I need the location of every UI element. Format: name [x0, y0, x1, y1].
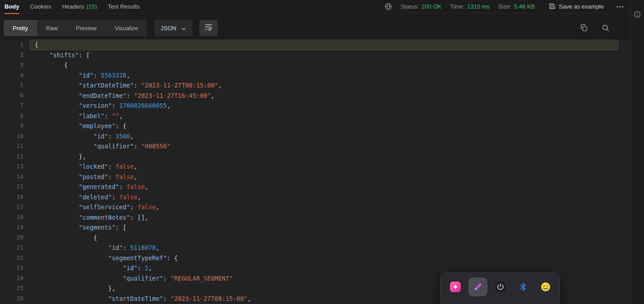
code-text: "selfServiced": false, [30, 202, 618, 212]
mode-pretty-button[interactable]: Pretty [4, 20, 37, 36]
search-icon[interactable] [602, 24, 610, 32]
editor-actions [580, 24, 610, 32]
time-label: Time: [450, 3, 464, 10]
code-line[interactable]: 4 "id": 5563328, [0, 70, 618, 81]
language-dropdown[interactable]: JSON [154, 20, 192, 36]
line-number: 25 [0, 283, 30, 294]
tab-body[interactable]: Body [5, 0, 19, 14]
tab-test-results[interactable]: Test Results [108, 0, 140, 14]
code-line[interactable]: 9 "employee": { [0, 121, 618, 131]
code-text: "segmentTypeRef": { [30, 253, 618, 263]
response-body-editor[interactable]: 1{2 "shifts": [3 {4 "id": 5563328,5 "sta… [0, 40, 630, 304]
bluetooth-icon[interactable] [514, 277, 533, 296]
line-number: 19 [0, 222, 30, 233]
line-number: 2 [0, 50, 30, 60]
line-number: 23 [0, 263, 30, 273]
code-line[interactable]: 16 "deleted": false, [0, 192, 618, 203]
tab-test-results-label: Test Results [108, 3, 140, 10]
save-icon [549, 3, 556, 11]
code-line[interactable]: 7 "version": 1700826660055, [0, 101, 618, 111]
code-line[interactable]: 21 "id": 5118078, [0, 243, 618, 253]
line-number: 10 [0, 131, 30, 142]
annotate-app-badge [450, 281, 461, 292]
code-line[interactable]: 15 "generated": false, [0, 182, 618, 192]
code-text: "startDateTime": "2023-11-27T08:15:00", [30, 80, 618, 91]
code-line[interactable]: 11 "qualifier": "H00556" [0, 141, 618, 152]
status-value: 200 OK [422, 3, 441, 10]
line-number: 8 [0, 111, 30, 121]
context-rail [630, 0, 644, 304]
line-number: 17 [0, 202, 30, 212]
code-text: { [30, 60, 618, 70]
annotate-app-icon[interactable] [446, 277, 465, 296]
line-number: 1 [0, 40, 30, 50]
code-line[interactable]: 12 }, [0, 152, 618, 162]
code-line[interactable]: 6 "endDateTime": "2023-11-27T16:45:00", [0, 91, 618, 101]
power-icon[interactable] [491, 277, 510, 296]
line-number: 9 [0, 121, 30, 131]
info-icon[interactable] [634, 11, 641, 20]
code-text: "segments": [ [30, 222, 618, 233]
code-line[interactable]: 23 "id": 1, [0, 263, 618, 273]
line-number: 11 [0, 141, 30, 152]
copy-icon[interactable] [580, 24, 588, 32]
code-line[interactable]: 14 "posted": false, [0, 172, 618, 182]
line-number: 14 [0, 172, 30, 182]
code-line[interactable]: 2 "shifts": [ [0, 50, 618, 60]
code-text: { [30, 40, 618, 50]
mode-visualize-button[interactable]: Visualize [106, 20, 147, 36]
size-badge: Size: 5.46 KB [498, 3, 535, 10]
code-line[interactable]: 1{ [0, 40, 618, 50]
code-line[interactable]: 8 "label": "", [0, 111, 618, 121]
line-number: 16 [0, 192, 30, 203]
save-as-example-button[interactable]: Save as example [549, 3, 604, 11]
wrap-text-button[interactable] [199, 20, 218, 36]
status-label: Status: [401, 3, 419, 10]
code-text: "version": 1700826660055, [30, 101, 618, 111]
code-text: }, [30, 152, 618, 162]
tab-headers[interactable]: Headers (15) [62, 0, 97, 14]
code-line[interactable]: 10 "id": 3500, [0, 131, 618, 142]
mode-raw-button[interactable]: Raw [37, 20, 67, 36]
code-line[interactable]: 13 "locked": false, [0, 161, 618, 172]
code-lines: 1{2 "shifts": [3 {4 "id": 5563328,5 "sta… [0, 40, 630, 304]
line-number: 26 [0, 294, 30, 304]
response-tabs: Body Cookies Headers (15) Test Results [5, 0, 140, 14]
time-badge: Time: 1315 ms [450, 3, 490, 10]
code-line[interactable]: 3 { [0, 60, 618, 70]
code-text: "id": 5118078, [30, 243, 618, 253]
line-number: 22 [0, 253, 30, 263]
globe-icon[interactable] [385, 3, 392, 10]
code-text: "endDateTime": "2023-11-27T16:45:00", [30, 91, 618, 101]
code-line[interactable]: 20 { [0, 233, 618, 243]
language-dropdown-value: JSON [161, 25, 176, 32]
line-number: 12 [0, 152, 30, 162]
emoji-icon[interactable] [536, 277, 555, 296]
pen-tool-icon[interactable] [468, 277, 487, 296]
line-number: 4 [0, 70, 30, 81]
tab-cookies[interactable]: Cookies [30, 0, 51, 14]
code-line[interactable]: 17 "selfServiced": false, [0, 202, 618, 212]
code-text: "employee": { [30, 121, 618, 131]
code-text: "deleted": false, [30, 192, 618, 203]
response-header: Body Cookies Headers (15) Test Results S… [0, 0, 630, 14]
line-number: 5 [0, 80, 30, 91]
code-text: "shifts": [ [30, 50, 618, 60]
code-line[interactable]: 5 "startDateTime": "2023-11-27T08:15:00"… [0, 80, 618, 91]
code-text: "id": 3500, [30, 131, 618, 142]
line-number: 13 [0, 161, 30, 172]
code-text: "label": "", [30, 111, 618, 121]
headers-count-badge: (15) [87, 3, 97, 10]
mode-preview-button[interactable]: Preview [67, 20, 106, 36]
code-line[interactable]: 18 "commentNotes": [], [0, 212, 618, 223]
line-number: 21 [0, 243, 30, 253]
code-text: "qualifier": "H00556" [30, 141, 618, 152]
code-line[interactable]: 19 "segments": [ [0, 222, 618, 233]
view-mode-switcher: Pretty Raw Preview Visualize [4, 20, 147, 36]
line-number: 7 [0, 101, 30, 111]
more-options-icon[interactable] [616, 5, 624, 8]
size-label: Size: [498, 3, 511, 10]
line-number: 6 [0, 91, 30, 101]
code-text: "id": 5563328, [30, 70, 618, 81]
code-line[interactable]: 22 "segmentTypeRef": { [0, 253, 618, 263]
